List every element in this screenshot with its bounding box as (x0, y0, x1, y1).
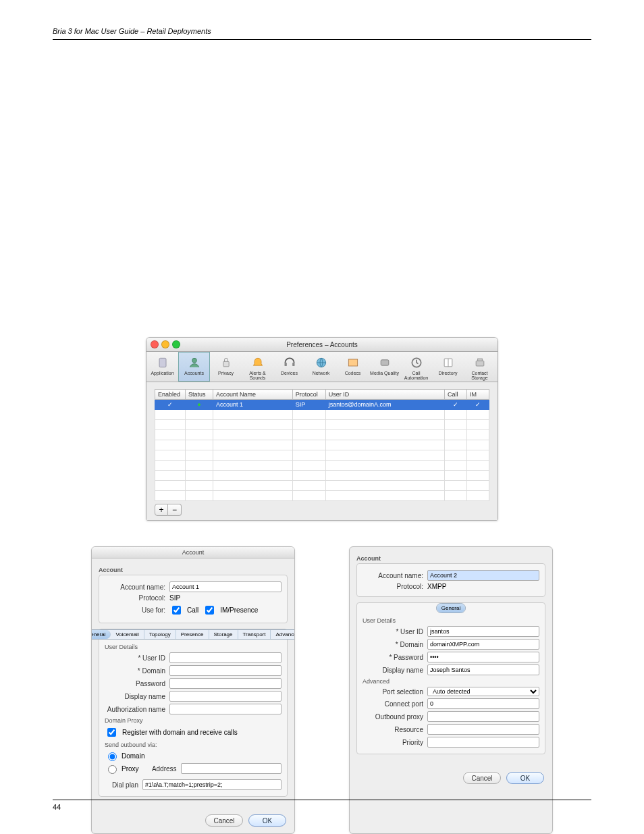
tab-media-quality[interactable]: Media Quality (369, 352, 400, 382)
header-left: Bria 3 for Mac User Guide – Retail Deplo… (53, 27, 211, 35)
resource-input[interactable] (427, 724, 539, 735)
table-row[interactable] (155, 420, 489, 430)
table-row[interactable] (155, 440, 489, 450)
display-label: Display name (105, 693, 165, 700)
account-tabs[interactable]: General Voicemail Topology Presence Stor… (91, 629, 295, 640)
portsel-label: Port selection (363, 688, 423, 696)
tab-network[interactable]: Network (305, 352, 337, 382)
tab-voicemail[interactable]: Voicemail (111, 630, 144, 639)
account-name-label: Account name: (363, 572, 423, 579)
svg-rect-11 (476, 361, 484, 367)
register-label: Register with domain and receive calls (122, 729, 238, 736)
col-user-id[interactable]: User ID (325, 390, 444, 400)
register-checkbox[interactable] (107, 728, 116, 737)
radio-domain[interactable] (108, 752, 117, 761)
svg-point-1 (192, 358, 196, 363)
account-tabs[interactable]: General (436, 603, 466, 613)
prefs-toolbar: Application Accounts Privacy Alerts & So… (146, 352, 498, 382)
outbound-input[interactable] (427, 711, 539, 722)
display-input[interactable] (169, 691, 281, 702)
tab-application[interactable]: Application (146, 352, 178, 382)
tab-topology[interactable]: Topology (144, 630, 176, 639)
tab-advanced2[interactable]: Advanced (271, 630, 295, 639)
connect-label: Connect port (363, 700, 423, 708)
password-input[interactable] (427, 652, 539, 662)
tab-directory[interactable]: Directory (432, 352, 464, 382)
account-dialog-sip: Account Account Account name: Protocol: … (91, 546, 295, 834)
tab-alerts[interactable]: Alerts & Sounds (242, 352, 273, 382)
priority-input[interactable] (427, 737, 539, 748)
col-account-name[interactable]: Account Name (213, 390, 293, 400)
table-row[interactable] (155, 461, 489, 471)
domain-label: * Domain (105, 667, 165, 675)
tab-advanced[interactable]: Advanced (495, 352, 498, 382)
usefor-im-checkbox[interactable] (205, 606, 214, 615)
tab-general[interactable]: General (91, 630, 111, 639)
domain-input[interactable] (169, 665, 281, 676)
ok-button[interactable]: OK (248, 814, 286, 827)
proxy-address-input[interactable] (181, 763, 281, 774)
tab-accounts[interactable]: Accounts (178, 352, 210, 382)
connect-input[interactable] (427, 698, 539, 709)
tab-call-automation[interactable]: Call Automation (400, 352, 432, 382)
cancel-button[interactable]: Cancel (205, 814, 243, 827)
userid-input[interactable] (427, 626, 539, 637)
table-row[interactable] (155, 491, 489, 501)
svg-rect-6 (348, 359, 357, 366)
account-name-input[interactable] (427, 570, 539, 581)
table-row[interactable] (155, 450, 489, 461)
tab-general[interactable]: General (437, 604, 465, 613)
account-name-input[interactable] (169, 581, 281, 592)
send-outbound-label: Send outbound via: (105, 741, 281, 748)
auth-input[interactable] (169, 704, 281, 714)
resource-label: Resource (363, 726, 423, 733)
cancel-button[interactable]: Cancel (463, 772, 501, 784)
svg-rect-3 (284, 363, 286, 366)
password-input[interactable] (169, 678, 281, 689)
col-protocol[interactable]: Protocol (292, 390, 325, 400)
usefor-call-text: Call (187, 606, 198, 614)
table-row[interactable] (155, 471, 489, 481)
password-label: * Password (363, 654, 423, 661)
table-row[interactable]: ✓●Account 1SIPjsantos@domainA.com✓✓ (155, 400, 489, 410)
display-input[interactable] (427, 664, 539, 675)
dialplan-input[interactable] (142, 779, 281, 790)
radio-proxy[interactable] (108, 765, 117, 774)
add-account-button[interactable]: + (155, 504, 168, 516)
col-status[interactable]: Status (186, 390, 213, 400)
col-im[interactable]: IM (467, 390, 489, 400)
remove-account-button[interactable]: − (168, 504, 182, 516)
close-icon[interactable] (151, 340, 159, 348)
display-label: Display name (363, 667, 423, 674)
domain-proxy-head: Domain Proxy (105, 717, 281, 724)
col-enabled[interactable]: Enabled (155, 390, 186, 400)
portsel-select[interactable]: Auto detected (427, 687, 539, 696)
zoom-icon[interactable] (172, 340, 180, 348)
tab-codecs[interactable]: Codecs (337, 352, 369, 382)
tab-contact-storage[interactable]: Contact Storage (464, 352, 495, 382)
dialog-title: Account (92, 547, 294, 558)
table-row[interactable] (155, 481, 489, 491)
domain-input[interactable] (427, 639, 539, 650)
ok-button[interactable]: OK (506, 772, 544, 784)
account-section-label: Account (356, 555, 545, 562)
svg-rect-0 (159, 358, 166, 367)
tab-storage[interactable]: Storage (209, 630, 238, 639)
tab-presence[interactable]: Presence (176, 630, 209, 639)
userid-input[interactable] (169, 652, 281, 663)
userid-label: * User ID (105, 654, 165, 662)
tab-transport[interactable]: Transport (238, 630, 271, 639)
page-number: 44 (53, 803, 61, 811)
col-call[interactable]: Call (445, 390, 467, 400)
accounts-table[interactable]: Enabled Status Account Name Protocol Use… (155, 389, 489, 501)
table-row[interactable] (155, 430, 489, 440)
minimize-icon[interactable] (161, 340, 169, 348)
account-section-label: Account (99, 567, 288, 573)
svg-rect-7 (381, 360, 389, 365)
tab-privacy[interactable]: Privacy (210, 352, 242, 382)
window-titlebar: Preferences – Accounts (146, 338, 498, 352)
table-row[interactable] (155, 410, 489, 420)
tab-devices[interactable]: Devices (273, 352, 305, 382)
usefor-label: Use for: (105, 606, 165, 614)
usefor-call-checkbox[interactable] (172, 606, 181, 615)
